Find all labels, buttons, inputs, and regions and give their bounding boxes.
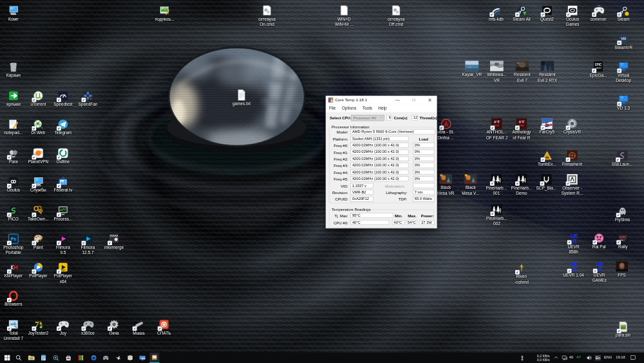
svg-text:EPIC: EPIC	[595, 63, 602, 66]
svg-text:VR: VR	[621, 37, 627, 41]
svg-text:FEAR: FEAR	[494, 124, 500, 127]
svg-text:player: player	[61, 269, 66, 271]
svg-text:FEAR: FEAR	[519, 124, 525, 127]
svg-text:R: R	[573, 238, 577, 244]
svg-text:RALLY: RALLY	[620, 239, 625, 242]
svg-text:R: R	[573, 266, 577, 272]
svg-text:A°F: A°F	[494, 120, 500, 124]
svg-text:VR: VR	[545, 156, 549, 159]
svg-text:DiRT: DiRT	[620, 235, 626, 239]
svg-text:5: 5	[545, 121, 549, 128]
svg-text:Ps: Ps	[11, 237, 17, 241]
svg-text:A°F: A°F	[518, 120, 524, 124]
svg-text:R: R	[598, 266, 603, 272]
